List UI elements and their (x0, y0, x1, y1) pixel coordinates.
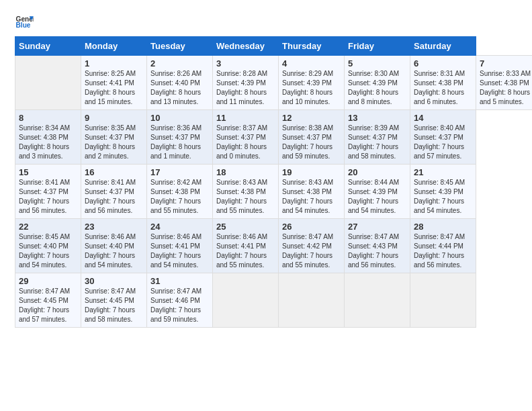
day-number: 15 (19, 167, 77, 177)
day-number: 19 (282, 167, 341, 177)
day-info: Sunrise: 8:43 AMSunset: 4:38 PMDaylight:… (282, 179, 333, 214)
day-number: 31 (150, 276, 209, 286)
day-cell: 16 Sunrise: 8:41 AMSunset: 4:37 PMDaylig… (81, 165, 147, 219)
day-cell (15, 56, 81, 110)
day-cell (345, 273, 410, 328)
col-header-thursday: Thursday (279, 37, 345, 56)
logo-icon: General Blue (15, 12, 34, 31)
logo: General Blue (15, 12, 34, 31)
day-info: Sunrise: 8:37 AMSunset: 4:37 PMDaylight:… (216, 124, 267, 160)
day-number: 8 (19, 113, 77, 123)
day-number: 9 (85, 113, 143, 123)
calendar-table: SundayMondayTuesdayWednesdayThursdayFrid… (15, 36, 532, 328)
day-cell: 22 Sunrise: 8:45 AMSunset: 4:40 PMDaylig… (15, 219, 81, 273)
col-header-tuesday: Tuesday (147, 37, 213, 56)
day-number: 13 (348, 113, 406, 123)
day-info: Sunrise: 8:47 AMSunset: 4:45 PMDaylight:… (85, 287, 136, 323)
day-info: Sunrise: 8:46 AMSunset: 4:40 PMDaylight:… (85, 233, 136, 269)
day-number: 26 (282, 222, 341, 232)
day-cell: 4 Sunrise: 8:29 AMSunset: 4:39 PMDayligh… (279, 56, 345, 110)
day-info: Sunrise: 8:31 AMSunset: 4:38 PMDaylight:… (414, 70, 465, 105)
day-info: Sunrise: 8:28 AMSunset: 4:39 PMDaylight:… (216, 70, 267, 105)
day-cell: 18 Sunrise: 8:43 AMSunset: 4:38 PMDaylig… (213, 165, 279, 219)
day-info: Sunrise: 8:41 AMSunset: 4:37 PMDaylight:… (19, 179, 70, 214)
day-cell: 30 Sunrise: 8:47 AMSunset: 4:45 PMDaylig… (81, 273, 147, 328)
week-row-1: 8 Sunrise: 8:34 AMSunset: 4:38 PMDayligh… (15, 110, 533, 165)
day-info: Sunrise: 8:26 AMSunset: 4:40 PMDaylight:… (150, 70, 202, 105)
day-cell: 11 Sunrise: 8:37 AMSunset: 4:37 PMDaylig… (213, 110, 279, 165)
day-cell: 7 Sunrise: 8:33 AMSunset: 4:38 PMDayligh… (476, 56, 533, 110)
day-number: 24 (150, 222, 209, 232)
day-info: Sunrise: 8:42 AMSunset: 4:38 PMDaylight:… (150, 179, 202, 214)
day-cell: 9 Sunrise: 8:35 AMSunset: 4:37 PMDayligh… (81, 110, 147, 165)
day-cell: 10 Sunrise: 8:36 AMSunset: 4:37 PMDaylig… (147, 110, 213, 165)
day-info: Sunrise: 8:33 AMSunset: 4:38 PMDaylight:… (480, 70, 531, 105)
day-number: 23 (85, 222, 143, 232)
week-row-0: 1 Sunrise: 8:25 AMSunset: 4:41 PMDayligh… (15, 56, 533, 110)
day-cell (213, 273, 279, 328)
day-number: 22 (19, 222, 77, 232)
day-number: 18 (216, 167, 275, 177)
day-info: Sunrise: 8:44 AMSunset: 4:39 PMDaylight:… (348, 179, 399, 214)
day-number: 21 (414, 167, 472, 177)
day-number: 10 (150, 113, 209, 123)
day-cell: 29 Sunrise: 8:47 AMSunset: 4:45 PMDaylig… (15, 273, 81, 328)
day-cell: 17 Sunrise: 8:42 AMSunset: 4:38 PMDaylig… (147, 165, 213, 219)
day-number: 20 (348, 167, 406, 177)
day-number: 11 (216, 113, 275, 123)
day-cell (279, 273, 345, 328)
day-cell: 2 Sunrise: 8:26 AMSunset: 4:40 PMDayligh… (147, 56, 213, 110)
day-number: 4 (282, 58, 341, 68)
col-header-monday: Monday (81, 37, 147, 56)
day-info: Sunrise: 8:47 AMSunset: 4:42 PMDaylight:… (282, 233, 333, 269)
week-row-3: 22 Sunrise: 8:45 AMSunset: 4:40 PMDaylig… (15, 219, 533, 273)
day-cell: 5 Sunrise: 8:30 AMSunset: 4:39 PMDayligh… (345, 56, 410, 110)
col-header-friday: Friday (345, 37, 410, 56)
day-cell: 31 Sunrise: 8:47 AMSunset: 4:46 PMDaylig… (147, 273, 213, 328)
day-cell: 21 Sunrise: 8:45 AMSunset: 4:39 PMDaylig… (410, 165, 476, 219)
day-info: Sunrise: 8:45 AMSunset: 4:39 PMDaylight:… (414, 179, 465, 214)
day-cell: 6 Sunrise: 8:31 AMSunset: 4:38 PMDayligh… (410, 56, 476, 110)
day-info: Sunrise: 8:38 AMSunset: 4:37 PMDaylight:… (282, 124, 333, 160)
day-number: 1 (85, 58, 143, 68)
day-number: 3 (216, 58, 275, 68)
day-info: Sunrise: 8:40 AMSunset: 4:37 PMDaylight:… (414, 124, 465, 160)
day-cell: 12 Sunrise: 8:38 AMSunset: 4:37 PMDaylig… (279, 110, 345, 165)
day-cell: 26 Sunrise: 8:47 AMSunset: 4:42 PMDaylig… (279, 219, 345, 273)
week-row-4: 29 Sunrise: 8:47 AMSunset: 4:45 PMDaylig… (15, 273, 533, 328)
day-cell: 8 Sunrise: 8:34 AMSunset: 4:38 PMDayligh… (15, 110, 81, 165)
day-info: Sunrise: 8:47 AMSunset: 4:45 PMDaylight:… (19, 287, 70, 323)
day-cell: 20 Sunrise: 8:44 AMSunset: 4:39 PMDaylig… (345, 165, 410, 219)
col-header-sunday: Sunday (15, 37, 81, 56)
day-info: Sunrise: 8:36 AMSunset: 4:37 PMDaylight:… (150, 124, 202, 160)
day-number: 17 (150, 167, 209, 177)
day-info: Sunrise: 8:35 AMSunset: 4:37 PMDaylight:… (85, 124, 136, 160)
day-info: Sunrise: 8:46 AMSunset: 4:41 PMDaylight:… (216, 233, 267, 269)
day-number: 28 (414, 222, 472, 232)
header: General Blue (15, 12, 517, 31)
day-number: 2 (150, 58, 209, 68)
day-info: Sunrise: 8:39 AMSunset: 4:37 PMDaylight:… (348, 124, 399, 160)
day-cell (410, 273, 476, 328)
day-number: 14 (414, 113, 472, 123)
day-info: Sunrise: 8:25 AMSunset: 4:41 PMDaylight:… (85, 70, 136, 105)
day-cell: 19 Sunrise: 8:43 AMSunset: 4:38 PMDaylig… (279, 165, 345, 219)
day-info: Sunrise: 8:41 AMSunset: 4:37 PMDaylight:… (85, 179, 136, 214)
day-info: Sunrise: 8:47 AMSunset: 4:43 PMDaylight:… (348, 233, 399, 269)
page: General Blue SundayMondayTuesdayWednesda… (0, 0, 532, 334)
day-number: 6 (414, 58, 472, 68)
day-cell: 23 Sunrise: 8:46 AMSunset: 4:40 PMDaylig… (81, 219, 147, 273)
day-cell: 14 Sunrise: 8:40 AMSunset: 4:37 PMDaylig… (410, 110, 476, 165)
col-header-wednesday: Wednesday (213, 37, 279, 56)
day-cell: 13 Sunrise: 8:39 AMSunset: 4:37 PMDaylig… (345, 110, 410, 165)
day-number: 25 (216, 222, 275, 232)
day-number: 12 (282, 113, 341, 123)
day-number: 5 (348, 58, 406, 68)
day-info: Sunrise: 8:30 AMSunset: 4:39 PMDaylight:… (348, 70, 399, 105)
day-info: Sunrise: 8:43 AMSunset: 4:38 PMDaylight:… (216, 179, 267, 214)
day-info: Sunrise: 8:29 AMSunset: 4:39 PMDaylight:… (282, 70, 333, 105)
day-cell: 15 Sunrise: 8:41 AMSunset: 4:37 PMDaylig… (15, 165, 81, 219)
day-number: 16 (85, 167, 143, 177)
day-cell: 28 Sunrise: 8:47 AMSunset: 4:44 PMDaylig… (410, 219, 476, 273)
svg-text:Blue: Blue (16, 21, 31, 29)
